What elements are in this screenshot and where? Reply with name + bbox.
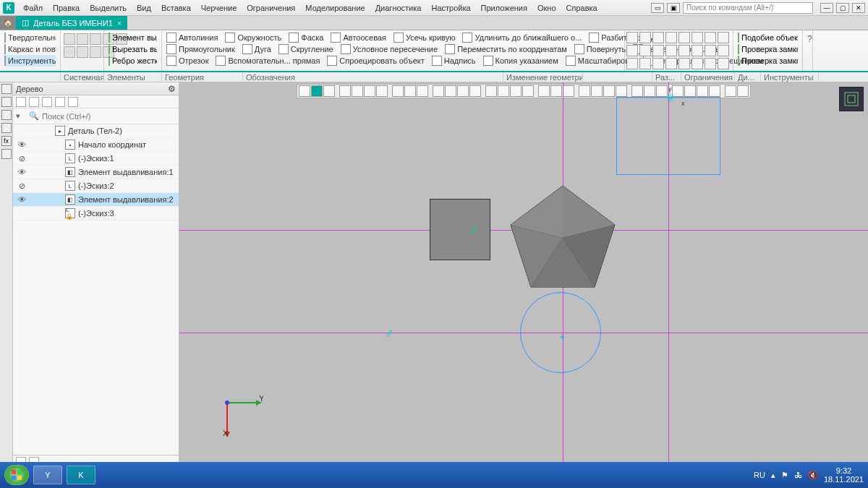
vp-tool-icon[interactable] bbox=[417, 85, 428, 97]
tree-item[interactable]: L🔒 (-)Эскиз:3 bbox=[13, 207, 179, 221]
cmd-autoline[interactable]: Автолиния bbox=[166, 33, 218, 43]
vp-tool-icon[interactable] bbox=[299, 85, 310, 97]
rail-icon[interactable] bbox=[1, 149, 12, 159]
constraint-icon[interactable] bbox=[678, 45, 690, 56]
visibility-toggle[interactable]: 👁 bbox=[16, 195, 27, 204]
cmd-extrude[interactable]: Элемент выдавливания bbox=[109, 32, 157, 43]
constraint-icon[interactable] bbox=[665, 58, 677, 69]
tree-search-input[interactable] bbox=[42, 112, 176, 121]
vp-tool-icon[interactable] bbox=[404, 85, 416, 97]
tree-tb-icon[interactable] bbox=[16, 97, 26, 107]
constraint-icon[interactable] bbox=[665, 45, 677, 56]
visibility-toggle[interactable]: 👁 bbox=[16, 168, 27, 176]
vp-tool-icon[interactable] bbox=[591, 85, 603, 97]
layout-btn-2[interactable]: ▣ bbox=[667, 3, 680, 13]
visibility-toggle[interactable]: 👁 bbox=[16, 140, 27, 149]
tray-action-icon[interactable]: ⚑ bbox=[781, 471, 788, 480]
document-tab-close[interactable]: × bbox=[117, 19, 122, 27]
sys-icon[interactable] bbox=[77, 46, 88, 58]
constraint-icon[interactable] bbox=[626, 58, 638, 69]
menu-edit[interactable]: Правка bbox=[48, 2, 84, 14]
maximize-button[interactable]: ▢ bbox=[836, 3, 849, 13]
layout-btn-1[interactable]: ▭ bbox=[651, 3, 664, 13]
visibility-toggle[interactable]: ⊘ bbox=[16, 181, 27, 191]
vp-tool-icon[interactable] bbox=[725, 85, 736, 97]
menu-apps[interactable]: Приложения bbox=[477, 2, 532, 14]
sys-icon[interactable] bbox=[77, 33, 88, 45]
tree-item[interactable]: 👁 ◧ Элемент выдавливания:2 bbox=[13, 193, 179, 207]
cmd-chamfer[interactable]: Фаска bbox=[289, 33, 323, 43]
constraint-icon[interactable] bbox=[705, 58, 716, 69]
cmd-move[interactable]: Переместить по координатам bbox=[445, 44, 567, 54]
tree-item[interactable]: 👁 ◧ Элемент выдавливания:1 bbox=[13, 166, 179, 179]
menu-constraints[interactable]: Ограничения bbox=[242, 2, 299, 14]
vp-tool-icon[interactable] bbox=[579, 85, 590, 97]
tray-clock[interactable]: 9:32 18.11.2021 bbox=[824, 466, 864, 484]
vp-tool-icon[interactable] bbox=[364, 85, 375, 97]
vp-tool-icon[interactable] bbox=[498, 85, 509, 97]
menu-window[interactable]: Окно bbox=[533, 2, 561, 14]
rail-fx-icon[interactable]: fx bbox=[1, 136, 12, 146]
menu-file[interactable]: Файл bbox=[19, 2, 47, 14]
home-tab[interactable]: 🏠 bbox=[0, 16, 16, 30]
vp-tool-icon[interactable] bbox=[603, 85, 615, 97]
cmd-fillet[interactable]: Скругление bbox=[278, 44, 333, 54]
constraint-icon[interactable] bbox=[692, 58, 703, 69]
vp-tool-icon[interactable] bbox=[709, 85, 720, 97]
constraint-icon[interactable] bbox=[639, 45, 651, 56]
tree-item[interactable]: ⊘ L (-)Эскиз:1 bbox=[13, 152, 179, 166]
constraint-icon[interactable] bbox=[639, 58, 651, 69]
vp-tool-icon[interactable] bbox=[684, 85, 696, 97]
cmd-check2[interactable]: Проверка замкнутости о... bbox=[738, 55, 798, 67]
cmd-autoaxis[interactable]: Автоосевая bbox=[331, 33, 386, 43]
vp-tool-icon[interactable] bbox=[522, 85, 534, 97]
tree-tb-icon[interactable] bbox=[29, 97, 39, 107]
tray-lang[interactable]: RU bbox=[754, 471, 765, 479]
vp-tool-icon[interactable] bbox=[631, 85, 643, 97]
cmd-cond[interactable]: Условное пересечение bbox=[341, 44, 438, 54]
vp-tool-icon[interactable] bbox=[697, 85, 708, 97]
constraint-icon[interactable] bbox=[718, 45, 729, 56]
cmd-offset[interactable]: Подобие объекта bbox=[738, 32, 798, 43]
rail-icon[interactable] bbox=[1, 110, 12, 120]
sys-icon[interactable] bbox=[64, 33, 75, 45]
cmd-text[interactable]: Надпись bbox=[432, 56, 476, 66]
vp-tool-icon[interactable] bbox=[433, 85, 444, 97]
cmd-rotate[interactable]: Повернуть bbox=[574, 44, 626, 54]
vp-tool-icon[interactable] bbox=[392, 85, 404, 97]
cmd-rect[interactable]: Прямоугольник bbox=[166, 44, 235, 54]
menu-insert[interactable]: Вставка bbox=[157, 2, 195, 14]
filter-icon[interactable]: ▾ bbox=[16, 111, 26, 121]
visibility-toggle[interactable]: ⊘ bbox=[16, 154, 27, 163]
constraint-icon[interactable] bbox=[718, 32, 729, 43]
constraint-icon[interactable] bbox=[652, 58, 664, 69]
menu-select[interactable]: Выделить bbox=[85, 2, 131, 14]
vp-tool-icon[interactable] bbox=[311, 85, 323, 97]
cmd-arc[interactable]: Дуга bbox=[242, 44, 271, 54]
mode-surface[interactable]: Каркас и поверхности bbox=[4, 43, 56, 55]
view-cube[interactable] bbox=[839, 87, 864, 111]
constraint-icon[interactable] bbox=[626, 32, 638, 43]
cmd-copy[interactable]: Копия указанием bbox=[483, 56, 558, 66]
minimize-button[interactable]: — bbox=[820, 3, 833, 13]
vp-tool-icon[interactable] bbox=[485, 85, 497, 97]
cmd-check1[interactable]: Проверка замкнутости д... bbox=[738, 43, 798, 55]
vp-tool-icon[interactable] bbox=[323, 85, 335, 97]
tree-settings-icon[interactable]: ⚙ bbox=[168, 84, 176, 94]
constraint-icon[interactable] bbox=[626, 45, 638, 56]
mode-solid[interactable]: Твердотельное моделирование bbox=[4, 32, 56, 43]
cmd-extend[interactable]: Удлинить до ближайшего о... bbox=[462, 33, 582, 43]
constraint-icon[interactable] bbox=[718, 58, 729, 69]
menu-help[interactable]: Справка bbox=[562, 2, 602, 14]
mode-sketch[interactable]: Инструменты эскиза bbox=[4, 55, 56, 67]
command-search[interactable]: Поиск по командам (Alt+/) bbox=[683, 2, 813, 14]
help-icon[interactable]: ? bbox=[807, 32, 808, 44]
start-button[interactable] bbox=[4, 465, 29, 485]
task-browser[interactable]: Y bbox=[33, 466, 62, 484]
vp-tool-icon[interactable] bbox=[352, 85, 363, 97]
constraint-icon[interactable] bbox=[692, 45, 703, 56]
constraint-icon[interactable] bbox=[678, 58, 690, 69]
vp-tool-icon[interactable] bbox=[616, 85, 627, 97]
cmd-rib[interactable]: Ребро жесткости bbox=[109, 55, 157, 67]
vp-tool-icon[interactable] bbox=[457, 85, 469, 97]
